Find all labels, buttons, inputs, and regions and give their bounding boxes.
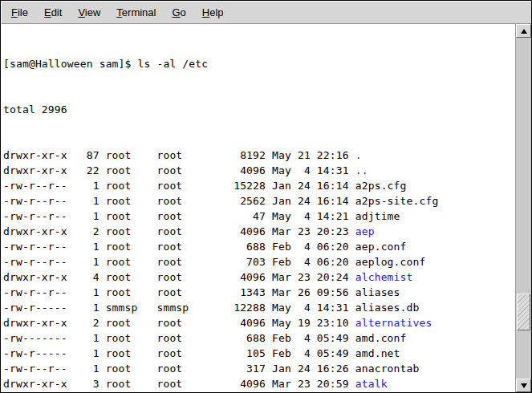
file-attributes: -rw-r----- 1 root root 105 Feb 4 05:49 <box>3 347 355 359</box>
scrollbar-thumb[interactable] <box>517 294 530 330</box>
menu-item-file[interactable]: File <box>3 3 36 22</box>
file-row: drwxr-xr-x 22 root root 4096 May 4 14:31… <box>3 163 515 178</box>
file-name: . <box>355 149 362 161</box>
file-attributes: drwxr-xr-x 3 root root 4096 Mar 23 20:59 <box>3 378 355 390</box>
file-name: aeplog.conf <box>355 256 426 268</box>
scrollbar-up-button[interactable] <box>516 24 531 38</box>
terminal-main-area: [sam@Halloween sam]$ ls -al /etc total 2… <box>1 24 531 392</box>
file-row: drwxr-xr-x 87 root root 8192 May 21 22:1… <box>3 148 515 163</box>
file-row: drwxr-xr-x 2 root root 4096 May 19 23:10… <box>3 315 515 330</box>
menu-item-mnemonic: V <box>78 6 84 18</box>
file-name: aliases.db <box>355 302 420 314</box>
file-row: -rw-r--r-- 1 root root 15228 Jan 24 16:1… <box>3 178 515 193</box>
scrollbar[interactable] <box>515 24 531 392</box>
menu-item-mnemonic: T <box>116 6 122 18</box>
file-row: -rw-r--r-- 1 root root 47 May 4 14:21 ad… <box>3 209 515 224</box>
file-attributes: drwxr-xr-x 87 root root 8192 May 21 22:1… <box>3 149 355 161</box>
up-arrow-icon <box>521 29 527 34</box>
file-name: anacrontab <box>355 363 420 375</box>
file-attributes: -rw------- 1 root root 688 Feb 4 05:49 <box>3 332 355 344</box>
menu-item-mnemonic: F <box>11 6 18 18</box>
file-row: -rw-r--r-- 1 root root 703 Feb 4 06:20 a… <box>3 254 515 269</box>
menu-bar: FileEditViewTerminalGoHelp <box>1 1 531 24</box>
terminal-screen[interactable]: [sam@Halloween sam]$ ls -al /etc total 2… <box>1 24 515 392</box>
terminal-window: FileEditViewTerminalGoHelp [sam@Hallowee… <box>0 0 532 393</box>
file-row: -rw-r----- 1 root root 105 Feb 4 05:49 a… <box>3 346 515 361</box>
file-attributes: -rw-r--r-- 1 root root 2562 Jan 24 16:14 <box>3 195 355 207</box>
file-row: drwxr-xr-x 3 root root 4096 Mar 23 20:59… <box>3 376 515 391</box>
file-name: a2ps-site.cfg <box>355 195 439 207</box>
file-name: amd.net <box>355 347 400 359</box>
menu-item-terminal[interactable]: Terminal <box>108 3 164 22</box>
menu-item-edit[interactable]: Edit <box>36 3 70 22</box>
file-row: -rw------- 1 root root 688 Feb 4 05:49 a… <box>3 330 515 346</box>
file-name: atalk <box>355 378 388 390</box>
file-row: -rw-r--r-- 1 root root 1343 Mar 26 09:56… <box>3 285 515 300</box>
file-attributes: -rw-r--r-- 1 root root 47 May 4 14:21 <box>3 210 355 222</box>
file-name: aep <box>355 225 375 237</box>
file-attributes: -rw-r--r-- 1 root root 1343 Mar 26 09:56 <box>3 286 355 298</box>
file-attributes: drwxr-xr-x 22 root root 4096 May 4 14:31 <box>3 164 355 176</box>
menu-item-mnemonic: G <box>172 6 180 18</box>
file-row: -rw-r--r-- 1 root root 317 Jan 24 16:26 … <box>3 361 515 376</box>
down-arrow-icon <box>521 383 527 388</box>
menu-item-go[interactable]: Go <box>164 3 193 22</box>
file-listing: drwxr-xr-x 87 root root 8192 May 21 22:1… <box>3 148 515 392</box>
file-row: drwxr-xr-x 2 root root 4096 Mar 23 20:23… <box>3 224 515 239</box>
file-attributes: -rw-r--r-- 1 root root 703 Feb 4 06:20 <box>3 256 355 268</box>
scrollbar-trough[interactable] <box>516 38 531 379</box>
file-attributes: -rw-r--r-- 1 root root 15228 Jan 24 16:1… <box>3 180 355 192</box>
total-line: total 2996 <box>3 102 515 117</box>
file-attributes: -rw-r--r-- 1 root root 317 Jan 24 16:26 <box>3 363 355 375</box>
file-name: alternatives <box>355 317 433 329</box>
file-name: alchemist <box>355 271 413 283</box>
file-name: aep.conf <box>355 241 407 253</box>
file-attributes: drwxr-xr-x 2 root root 4096 Mar 23 20:23 <box>3 225 355 237</box>
file-row: -rw-r--r-- 1 root root 688 Feb 4 06:20 a… <box>3 239 515 254</box>
file-attributes: -rw-r----- 1 smmsp smmsp 12288 May 4 14:… <box>3 302 355 314</box>
menu-item-view[interactable]: View <box>70 3 108 22</box>
file-name: adjtime <box>355 210 400 222</box>
menu-item-mnemonic: E <box>44 6 51 18</box>
scrollbar-down-button[interactable] <box>516 379 531 392</box>
prompt-line: [sam@Halloween sam]$ ls -al /etc <box>3 56 515 71</box>
file-row: drwxr-xr-x 4 root root 4096 Mar 23 20:24… <box>3 269 515 285</box>
file-row: -rw-r--r-- 1 root root 2562 Jan 24 16:14… <box>3 193 515 209</box>
menu-item-help[interactable]: Help <box>194 3 232 22</box>
file-name: .. <box>355 164 368 176</box>
file-attributes: drwxr-xr-x 2 root root 4096 May 19 23:10 <box>3 317 355 329</box>
file-name: aliases <box>355 286 400 298</box>
file-name: amd.conf <box>355 332 407 344</box>
file-attributes: -rw-r--r-- 1 root root 688 Feb 4 06:20 <box>3 241 355 253</box>
menu-item-mnemonic: H <box>202 6 209 18</box>
file-row: -rw-r----- 1 smmsp smmsp 12288 May 4 14:… <box>3 300 515 315</box>
file-row: -rw------- 1 root root 1 Jan 24 16:45 at… <box>3 391 515 392</box>
file-attributes: drwxr-xr-x 4 root root 4096 Mar 23 20:24 <box>3 271 355 283</box>
file-name: a2ps.cfg <box>355 180 407 192</box>
